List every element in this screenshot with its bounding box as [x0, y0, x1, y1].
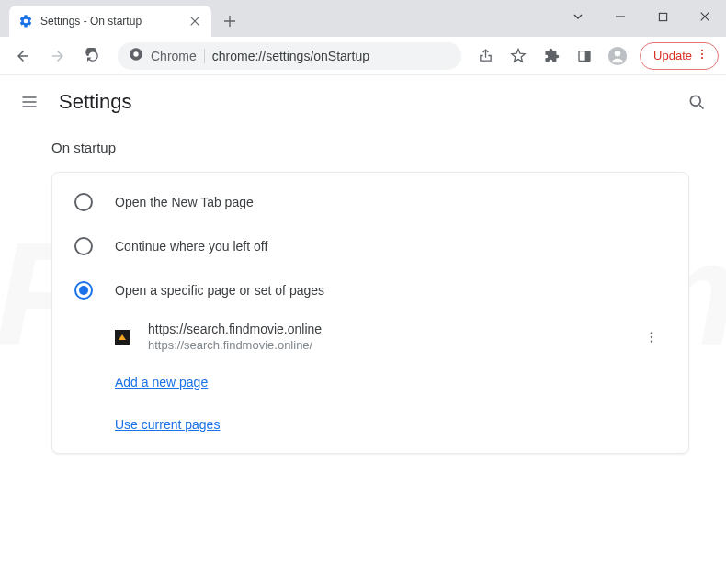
svg-point-8	[701, 53, 703, 55]
page-entry-title: https://search.findmovie.online	[148, 322, 618, 336]
url-divider	[204, 49, 205, 63]
page-text: https://search.findmovie.online https://…	[148, 322, 618, 352]
radio-icon	[74, 281, 93, 300]
browser-tab[interactable]: Settings - On startup	[9, 6, 211, 37]
svg-point-6	[615, 51, 620, 56]
radio-label: Open the New Tab page	[115, 195, 254, 209]
toolbar: Chrome chrome://settings/onStartup Updat…	[0, 37, 726, 75]
close-tab-icon[interactable]	[187, 14, 202, 28]
add-page-link[interactable]: Add a new page	[115, 375, 208, 390]
add-page-row: Add a new page	[52, 361, 688, 403]
radio-label: Open a specific page or set of pages	[115, 283, 324, 298]
startup-page-row: https://search.findmovie.online https://…	[52, 312, 688, 361]
svg-point-12	[651, 335, 652, 337]
svg-point-10	[690, 96, 700, 106]
chrome-logo-icon	[129, 47, 143, 65]
bookmark-star-icon[interactable]	[504, 41, 533, 71]
url-prefix: Chrome	[151, 49, 197, 63]
menu-icon[interactable]	[18, 91, 40, 113]
side-panel-icon[interactable]	[570, 41, 599, 71]
extensions-icon[interactable]	[537, 41, 566, 71]
new-tab-button[interactable]	[217, 8, 243, 34]
startup-card: Open the New Tab page Continue where you…	[51, 172, 689, 454]
title-bar: Settings - On startup	[0, 0, 726, 37]
svg-rect-4	[585, 51, 590, 61]
use-current-row: Use current pages	[52, 403, 688, 446]
radio-label: Continue where you left off	[115, 239, 267, 254]
svg-point-7	[701, 50, 703, 51]
use-current-link[interactable]: Use current pages	[115, 417, 220, 432]
radio-continue[interactable]: Continue where you left off	[52, 224, 688, 268]
menu-dots-icon	[696, 48, 709, 63]
address-bar[interactable]: Chrome chrome://settings/onStartup	[118, 42, 461, 70]
more-actions-icon[interactable]	[637, 322, 666, 352]
search-icon[interactable]	[686, 91, 708, 113]
url-text: chrome://settings/onStartup	[212, 49, 369, 63]
radio-icon	[74, 237, 93, 255]
svg-point-2	[133, 51, 138, 56]
update-button[interactable]: Update	[640, 42, 719, 70]
radio-specific-pages[interactable]: Open a specific page or set of pages	[52, 268, 688, 312]
svg-rect-0	[659, 13, 666, 20]
forward-button[interactable]	[42, 40, 74, 72]
maximize-button[interactable]	[641, 0, 684, 33]
minimize-button[interactable]	[599, 0, 641, 33]
update-label: Update	[653, 49, 692, 62]
radio-icon	[74, 193, 93, 211]
close-window-button[interactable]	[684, 0, 726, 33]
back-button[interactable]	[7, 40, 39, 72]
tab-title: Settings - On startup	[40, 15, 180, 28]
svg-point-9	[701, 57, 703, 59]
svg-point-13	[651, 340, 652, 342]
section-title: On startup	[51, 140, 689, 155]
radio-new-tab[interactable]: Open the New Tab page	[52, 180, 688, 224]
page-favicon-icon	[115, 330, 130, 345]
gear-icon	[18, 14, 33, 28]
page-title: Settings	[59, 90, 132, 114]
profile-icon[interactable]	[603, 41, 632, 71]
main-content: On startup Open the New Tab page Continu…	[0, 129, 726, 454]
tab-search-icon[interactable]	[557, 0, 599, 33]
svg-point-11	[651, 332, 652, 334]
page-entry-url: https://search.findmovie.online/	[148, 338, 618, 352]
share-icon[interactable]	[471, 41, 500, 71]
settings-header: Settings	[0, 75, 726, 129]
reload-button[interactable]	[77, 40, 108, 72]
